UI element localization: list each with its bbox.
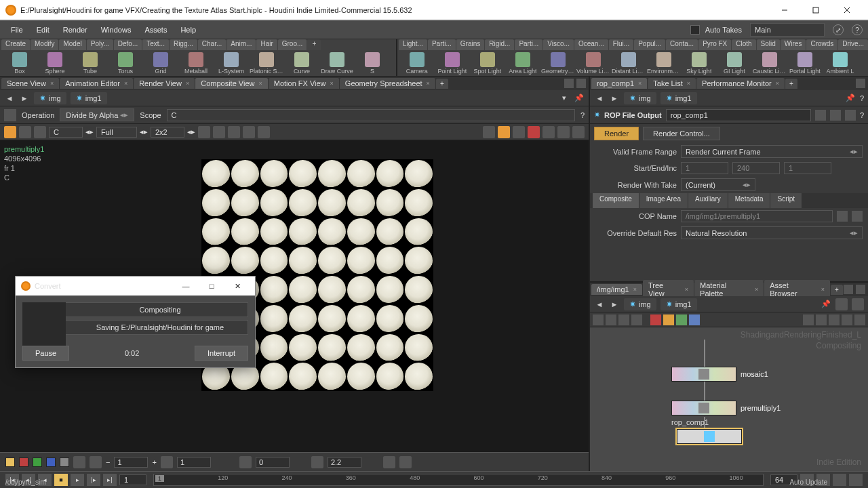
shelf-tool[interactable]: Platonic Sol... — [250, 52, 283, 75]
end-field[interactable]: 240 — [732, 162, 780, 174]
home-icon[interactable] — [228, 126, 240, 138]
shelf-tab[interactable]: Modify — [31, 39, 58, 50]
node-mosaic1[interactable]: mosaic1 — [671, 367, 768, 382]
parm-help-icon[interactable]: ? — [860, 94, 864, 102]
menu-render[interactable]: Render — [58, 23, 93, 37]
menu-edit[interactable]: Edit — [31, 23, 55, 37]
shelf-tool[interactable]: Box — [3, 52, 37, 75]
close-tab-icon[interactable]: × — [50, 80, 54, 87]
pane-tab[interactable]: Render View× — [134, 78, 195, 89]
shelf-tab[interactable]: Rigg... — [170, 39, 197, 50]
audio-icon[interactable] — [833, 474, 846, 486]
shelf-tool[interactable]: Spot Light — [471, 52, 505, 75]
tuning-fork-icon[interactable] — [830, 110, 841, 121]
play-forward-button[interactable]: ▸ — [71, 474, 84, 486]
pane-menu-icon[interactable] — [844, 285, 853, 294]
menu-assets[interactable]: Assets — [139, 23, 172, 37]
menu-help[interactable]: Help — [175, 23, 201, 37]
flag-green-icon[interactable] — [676, 314, 687, 325]
layout-1-icon[interactable] — [483, 126, 495, 138]
nav-back-icon[interactable]: ◄ — [594, 93, 605, 104]
dialog-maximize-button[interactable]: □ — [199, 282, 224, 290]
shelf-tab[interactable]: Flui... — [609, 39, 633, 50]
swatch-green[interactable] — [33, 458, 42, 467]
path-seg-child[interactable]: ✷img1 — [660, 298, 697, 310]
last-frame-button[interactable]: ▸| — [103, 474, 117, 486]
pane-menu-icon[interactable] — [856, 79, 865, 88]
shelf-tool[interactable]: Distant Light — [612, 52, 646, 75]
detail-view-icon[interactable] — [606, 314, 616, 325]
pane-split-icon[interactable] — [576, 79, 586, 88]
nav-forward-icon[interactable]: ► — [609, 93, 620, 104]
pane-tab[interactable]: Scene View× — [1, 78, 59, 89]
network-view[interactable]: ShadingandRenderingFinished_L Compositin… — [590, 327, 868, 471]
pane-tab[interactable]: Motion FX View× — [269, 78, 339, 89]
shelf-tab[interactable]: Popul... — [634, 39, 665, 50]
shelf-tab[interactable]: Defo... — [114, 39, 142, 50]
shelf-tool[interactable]: Curve — [285, 52, 319, 75]
shelf-tool[interactable]: Volume Light — [576, 52, 610, 75]
shelf-tool[interactable]: Environmen... — [647, 52, 681, 75]
flag-blue-icon[interactable] — [689, 314, 700, 325]
pin-panel-icon[interactable]: 📌 — [574, 93, 585, 104]
zoom-in-icon[interactable] — [198, 126, 210, 138]
pin-icon[interactable]: 📌 — [845, 93, 856, 104]
nv-opt3-icon[interactable] — [829, 314, 840, 325]
stop-button[interactable]: ■ — [54, 474, 68, 486]
close-button[interactable] — [831, 1, 863, 20]
fit-icon[interactable] — [243, 126, 255, 138]
cop-name-field[interactable]: /img/img1/premultiply1 — [681, 210, 833, 222]
add-tab-button[interactable]: + — [436, 79, 448, 89]
inc-field[interactable]: 1 — [784, 162, 831, 174]
shelf-tab[interactable]: Conta... — [666, 39, 698, 50]
parm-help-icon[interactable]: ? — [580, 111, 585, 119]
path-seg-root[interactable]: ✷img — [34, 92, 66, 104]
shelf-tab[interactable]: Drive... — [838, 39, 868, 50]
dialog-titlebar[interactable]: Convert — □ ✕ — [16, 277, 255, 296]
info-icon[interactable] — [845, 110, 856, 121]
pin-icon[interactable]: ⤢ — [833, 24, 844, 35]
dialog-minimize-button[interactable]: — — [174, 282, 198, 290]
render-with-take-dropdown[interactable]: (Current)◂▸ — [681, 178, 755, 191]
pane-tab[interactable]: Geometry Spreadsheet× — [340, 78, 435, 89]
close-tab-icon[interactable]: × — [258, 80, 262, 87]
gamma-icon[interactable] — [311, 456, 323, 468]
pause-button[interactable]: Pause — [22, 346, 69, 361]
extra-icon[interactable] — [399, 456, 412, 468]
nv-search-icon[interactable] — [854, 314, 865, 325]
shelf-tool[interactable]: L-System — [214, 52, 248, 75]
path-seg-child[interactable]: ✷img1 — [71, 92, 107, 104]
grid-view-icon[interactable] — [618, 314, 629, 325]
options-icon[interactable] — [852, 298, 864, 310]
valid-frame-range-dropdown[interactable]: Render Current Frame◂▸ — [681, 145, 863, 158]
path-seg-child[interactable]: ✷img1 — [660, 92, 697, 104]
find-icon[interactable] — [835, 298, 848, 310]
shelf-tab[interactable]: Grains — [456, 39, 484, 50]
grid-field[interactable]: 2x2 — [151, 127, 184, 138]
shelf-tool[interactable]: Sphere — [38, 52, 72, 75]
shelf-tool[interactable]: Point Light — [435, 52, 469, 75]
gamma-field[interactable]: 2.2 — [328, 457, 361, 468]
flag-red-icon[interactable] — [650, 314, 661, 325]
shelf-tab[interactable]: Ocean... — [574, 39, 608, 50]
param-subtab[interactable]: Image Area — [639, 193, 688, 208]
close-tab-icon[interactable]: × — [124, 80, 127, 87]
nv-opt1-icon[interactable] — [803, 314, 814, 325]
grid-arrows[interactable]: ◂▸ — [187, 127, 195, 136]
timeline[interactable]: 1 1202403604806007208409601060 — [153, 474, 764, 486]
param-subtab[interactable]: Script — [770, 193, 802, 208]
nv-opt4-icon[interactable] — [842, 314, 852, 325]
pane-tab[interactable]: Composite View× — [195, 78, 268, 89]
shelf-tab[interactable]: Model — [59, 39, 85, 50]
shelf-tool[interactable]: Area Light — [506, 52, 540, 75]
start-field[interactable]: 1 — [681, 162, 728, 174]
auto-takes-checkbox[interactable] — [690, 25, 700, 35]
shelf-tab[interactable]: Crowds — [806, 39, 837, 50]
zoom-out-icon[interactable] — [213, 126, 225, 138]
shelf-tab[interactable]: Parti... — [428, 39, 456, 50]
display-toggle-icon[interactable] — [4, 126, 16, 138]
swatch-grey[interactable] — [60, 458, 69, 467]
pin-icon[interactable]: 📌 — [821, 299, 831, 310]
close-tab-icon[interactable]: × — [330, 80, 334, 87]
node-premultiply1[interactable]: premultiply1 — [671, 401, 781, 415]
